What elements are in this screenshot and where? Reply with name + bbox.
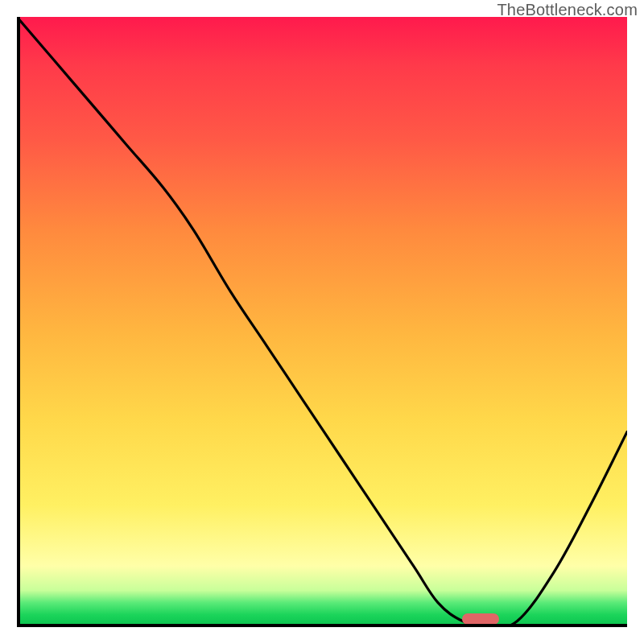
optimal-range-marker [462,613,498,625]
bottleneck-curve [17,17,627,627]
chart-container: TheBottleneck.com [0,0,644,644]
plot-area [17,17,627,627]
